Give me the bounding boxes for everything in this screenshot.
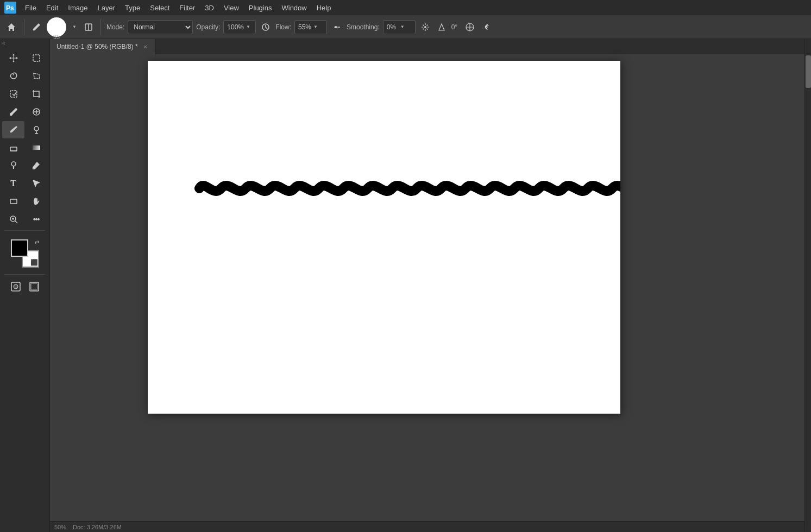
bottom-bar: 50% Doc: 3.26M/3.26M	[50, 521, 804, 532]
opacity-pressure-btn[interactable]	[259, 21, 272, 34]
brush-stroke	[199, 186, 620, 191]
sidebar-collapse-btn[interactable]: «	[0, 39, 49, 47]
tool-brush[interactable]	[2, 121, 24, 138]
menu-view[interactable]: View	[219, 2, 243, 14]
canvas-svg	[148, 61, 620, 414]
zoom-status: 50%	[54, 524, 66, 530]
menu-window[interactable]: Window	[277, 2, 311, 14]
color-section: ⇄ ⬛	[0, 235, 49, 272]
tool-more[interactable]: •••	[25, 211, 47, 228]
tools-separator-1	[4, 230, 45, 231]
color-swatches: ⇄ ⬛	[11, 239, 39, 268]
tool-path-select[interactable]	[25, 175, 47, 192]
tools-separator-2	[4, 274, 45, 275]
svg-rect-19	[10, 199, 17, 204]
brush-dropdown-arrow[interactable]: ▼	[70, 23, 79, 31]
smoothing-value[interactable]: 0% ▼	[383, 20, 416, 34]
symmetry-btn[interactable]	[463, 20, 477, 34]
tool-zoom[interactable]	[2, 211, 24, 228]
toolbox: «	[0, 39, 50, 532]
smoothing-settings-btn[interactable]	[419, 21, 432, 34]
tool-gradient[interactable]	[25, 139, 47, 156]
screen-mode-btn[interactable]	[26, 279, 42, 294]
brush-tool-icon-btn[interactable]	[30, 21, 43, 33]
tool-marquee-rect[interactable]	[25, 49, 47, 67]
tools-grid: T •••	[0, 47, 49, 228]
doc-info: Doc: 3.26M/3.26M	[73, 524, 122, 530]
menu-plugins[interactable]: Plugins	[244, 2, 276, 14]
extra-btn[interactable]	[480, 20, 494, 34]
canvas-container[interactable]	[148, 61, 620, 414]
tool-move[interactable]	[2, 49, 24, 67]
main-layout: «	[0, 39, 811, 532]
menu-help[interactable]: Help	[312, 2, 336, 14]
svg-point-18	[11, 162, 16, 166]
menu-image[interactable]: Image	[64, 2, 92, 14]
opacity-label: Opacity:	[196, 23, 220, 31]
right-scrollbar[interactable]	[804, 39, 811, 532]
menu-file[interactable]: File	[21, 2, 41, 14]
flow-label: Flow:	[275, 23, 291, 31]
svg-rect-16	[10, 147, 17, 151]
home-button[interactable]	[4, 21, 18, 34]
tool-heal[interactable]	[25, 103, 47, 121]
tool-type[interactable]: T	[2, 175, 24, 192]
svg-point-6	[424, 26, 426, 28]
canvas-tab[interactable]: Untitled-1 @ 50% (RGB/8) * ×	[50, 39, 156, 54]
tab-bar: Untitled-1 @ 50% (RGB/8) * ×	[50, 39, 811, 54]
svg-rect-9	[10, 91, 17, 97]
brush-mode-icon[interactable]	[82, 21, 95, 33]
svg-rect-8	[33, 55, 40, 61]
brush-preview-container[interactable]: 35	[46, 15, 67, 39]
menu-3d[interactable]: 3D	[200, 2, 218, 14]
mode-section	[0, 277, 49, 296]
smoothing-label: Smoothing:	[347, 23, 380, 31]
tool-eraser[interactable]	[2, 139, 24, 156]
svg-line-21	[15, 221, 17, 223]
tool-options-bar: 35 ▼ Mode: Normal Multiply Screen Overla…	[0, 15, 811, 39]
angle-icon[interactable]	[435, 21, 448, 34]
flow-value[interactable]: 55% ▼	[294, 20, 327, 34]
tool-lasso-poly[interactable]	[25, 67, 47, 85]
svg-point-25	[14, 284, 18, 289]
ps-logo-icon: Ps	[4, 2, 16, 14]
tool-dodge[interactable]	[2, 157, 24, 174]
tool-eyedropper[interactable]	[2, 103, 24, 121]
svg-point-14	[34, 126, 39, 131]
svg-point-10	[15, 109, 17, 110]
tool-shape[interactable]	[2, 193, 24, 210]
menu-edit[interactable]: Edit	[42, 2, 62, 14]
menu-type[interactable]: Type	[121, 2, 144, 14]
tool-object-select[interactable]	[2, 85, 24, 103]
svg-rect-17	[33, 145, 40, 150]
quick-mask-btn[interactable]	[8, 279, 24, 294]
mode-select[interactable]: Normal Multiply Screen Overlay Dissolve	[128, 20, 193, 34]
swap-colors-icon[interactable]: ⇄	[35, 239, 39, 245]
scrollbar-thumb[interactable]	[806, 55, 811, 88]
separator-1	[24, 19, 24, 35]
separator-2	[100, 19, 101, 35]
tool-hand[interactable]	[25, 193, 47, 210]
menu-layer[interactable]: Layer	[93, 2, 120, 14]
tool-crop[interactable]	[25, 85, 47, 103]
foreground-color-swatch[interactable]	[11, 239, 28, 257]
svg-text:Ps: Ps	[6, 4, 14, 12]
svg-rect-28	[148, 61, 620, 414]
flow-airbrush-btn[interactable]	[330, 21, 343, 34]
menu-select[interactable]: Select	[146, 2, 174, 14]
menu-filter[interactable]: Filter	[175, 2, 199, 14]
reset-colors-icon[interactable]: ⬛	[30, 259, 38, 266]
tab-close-btn[interactable]: ×	[142, 43, 149, 50]
tool-pen[interactable]	[25, 157, 47, 174]
svg-rect-27	[31, 283, 37, 290]
menu-bar: Ps File Edit Image Layer Type Select Fil…	[0, 0, 811, 15]
tool-lasso[interactable]	[2, 67, 24, 85]
canvas-area[interactable]: Untitled-1 @ 50% (RGB/8) * × 50% Doc: 3.…	[50, 39, 811, 532]
tool-stamp[interactable]	[25, 121, 47, 138]
tab-title: Untitled-1 @ 50% (RGB/8) *	[56, 43, 138, 50]
opacity-value[interactable]: 100% ▼	[223, 20, 256, 34]
mode-label: Mode:	[106, 23, 124, 31]
angle-value: 0°	[451, 23, 457, 31]
